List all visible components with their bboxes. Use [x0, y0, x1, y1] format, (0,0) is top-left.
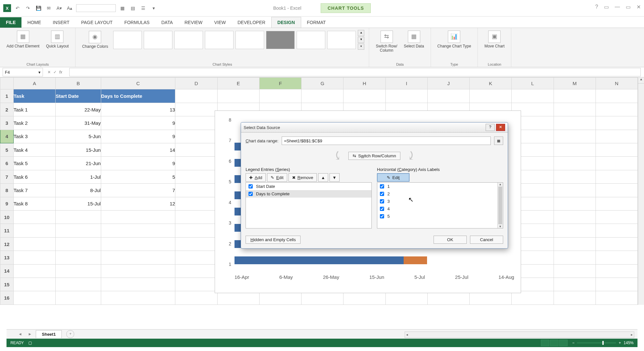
tab-formulas[interactable]: FORMULAS: [118, 17, 155, 28]
axis-label-checkbox[interactable]: [380, 214, 384, 218]
cell-C9[interactable]: 12: [101, 197, 175, 210]
tab-review[interactable]: REVIEW: [179, 17, 208, 28]
tab-format[interactable]: FORMAT: [301, 17, 332, 28]
row-header-6[interactable]: 6: [0, 157, 14, 170]
axis-label-checkbox[interactable]: [380, 199, 384, 203]
chart-style-thumb-selected[interactable]: [266, 31, 295, 49]
chart-styles-gallery[interactable]: ▲ ▼ ▾: [113, 30, 364, 50]
add-series-button[interactable]: ✚Add: [246, 173, 266, 182]
cell-D10[interactable]: [175, 211, 217, 224]
chart-style-thumb[interactable]: [144, 31, 172, 49]
cell-B5[interactable]: 15-Jun: [56, 143, 101, 157]
cell-N1[interactable]: [596, 89, 637, 103]
cell-N11[interactable]: [596, 224, 637, 237]
row-header-5[interactable]: 5: [0, 143, 14, 157]
sheet-tab-sheet1[interactable]: Sheet1: [36, 330, 62, 338]
series-item[interactable]: Days to Complete: [246, 190, 371, 198]
cell-C6[interactable]: 9: [101, 157, 175, 170]
cell-B2[interactable]: 22-May: [56, 103, 101, 116]
zoom-level[interactable]: 145%: [624, 341, 634, 345]
column-header-I[interactable]: I: [385, 78, 427, 89]
ribbon-options-icon[interactable]: ▭: [604, 4, 609, 10]
cell-D16[interactable]: [175, 291, 217, 305]
cell-B8[interactable]: 8-Jul: [56, 184, 101, 197]
cell-N2[interactable]: [596, 103, 637, 116]
sheet-nav-next-icon[interactable]: ►: [26, 332, 34, 336]
axis-label-item[interactable]: 3: [377, 198, 503, 205]
cell-D11[interactable]: [175, 224, 217, 237]
chart-style-thumb[interactable]: [235, 31, 264, 49]
cell-M15[interactable]: [554, 278, 596, 291]
cell-C10[interactable]: [101, 211, 175, 224]
cell-A15[interactable]: [13, 278, 56, 291]
column-header-N[interactable]: N: [596, 78, 637, 89]
column-header-G[interactable]: G: [302, 78, 343, 89]
axis-label-item[interactable]: 2: [377, 190, 503, 198]
cell-M10[interactable]: [554, 211, 596, 224]
cell-M16[interactable]: [554, 291, 596, 305]
cell-C16[interactable]: [101, 291, 175, 305]
switch-row-column-button[interactable]: ⇆ Switch Row/ Column: [374, 30, 399, 53]
change-chart-type-button[interactable]: 📊 Change Chart Type: [436, 30, 473, 49]
cell-J1[interactable]: [427, 89, 469, 103]
column-header-M[interactable]: M: [554, 78, 596, 89]
page-layout-view-icon[interactable]: [550, 340, 558, 346]
cell-N5[interactable]: [596, 143, 637, 157]
cell-C8[interactable]: 7: [101, 184, 175, 197]
redo-icon[interactable]: ↷: [24, 4, 32, 12]
cell-L16[interactable]: [512, 291, 554, 305]
cell-N15[interactable]: [596, 278, 637, 291]
ok-button[interactable]: OK: [434, 236, 467, 244]
save-icon[interactable]: 💾: [34, 4, 42, 12]
cell-A8[interactable]: Task 7: [13, 184, 56, 197]
cell-A12[interactable]: [13, 237, 56, 251]
increase-font-icon[interactable]: A▴: [66, 4, 74, 12]
maximize-icon[interactable]: ▭: [626, 4, 631, 10]
tab-page-layout[interactable]: PAGE LAYOUT: [75, 17, 118, 28]
cell-N16[interactable]: [596, 291, 637, 305]
tab-view[interactable]: VIEW: [208, 17, 232, 28]
cell-M5[interactable]: [554, 143, 596, 157]
cell-N3[interactable]: [596, 116, 637, 130]
tab-design[interactable]: DESIGN: [271, 17, 301, 28]
help-icon[interactable]: ?: [595, 4, 598, 10]
cell-D6[interactable]: [175, 157, 217, 170]
series-listbox[interactable]: Start DateDays to Complete: [246, 182, 372, 228]
cell-C4[interactable]: 9: [101, 130, 175, 143]
formula-input[interactable]: [69, 68, 641, 76]
cell-M13[interactable]: [554, 251, 596, 264]
cell-C1[interactable]: Days to Complete: [101, 89, 175, 103]
gallery-up-icon[interactable]: ▲: [358, 30, 364, 36]
hidden-empty-cells-button[interactable]: Hidden and Empty Cells: [246, 236, 301, 244]
cell-D1[interactable]: [175, 89, 217, 103]
cell-L1[interactable]: [512, 89, 554, 103]
move-down-button[interactable]: ▼: [329, 173, 340, 182]
cell-B12[interactable]: [56, 237, 101, 251]
column-header-H[interactable]: H: [343, 78, 385, 89]
row-header-11[interactable]: 11: [0, 224, 14, 237]
cell-E16[interactable]: [217, 291, 259, 305]
tab-home[interactable]: HOME: [21, 17, 47, 28]
cell-D8[interactable]: [175, 184, 217, 197]
row-header-12[interactable]: 12: [0, 237, 14, 251]
column-header-B[interactable]: B: [56, 78, 101, 89]
cell-M14[interactable]: [554, 264, 596, 278]
axis-label-item[interactable]: 5: [377, 213, 503, 220]
cell-I1[interactable]: [385, 89, 427, 103]
add-sheet-button[interactable]: +: [66, 330, 74, 338]
cell-B4[interactable]: 5-Jun: [56, 130, 101, 143]
column-header-J[interactable]: J: [427, 78, 469, 89]
cell-G1[interactable]: [302, 89, 343, 103]
row-header-15[interactable]: 15: [0, 278, 14, 291]
cell-M4[interactable]: [554, 130, 596, 143]
cell-M9[interactable]: [554, 197, 596, 210]
cell-M8[interactable]: [554, 184, 596, 197]
cell-B11[interactable]: [56, 224, 101, 237]
cell-C7[interactable]: 5: [101, 170, 175, 183]
cell-M1[interactable]: [554, 89, 596, 103]
row-header-16[interactable]: 16: [0, 291, 14, 305]
cell-D7[interactable]: [175, 170, 217, 183]
cell-C11[interactable]: [101, 224, 175, 237]
axis-label-item[interactable]: 1: [377, 183, 503, 190]
tab-developer[interactable]: DEVELOPER: [232, 17, 271, 28]
